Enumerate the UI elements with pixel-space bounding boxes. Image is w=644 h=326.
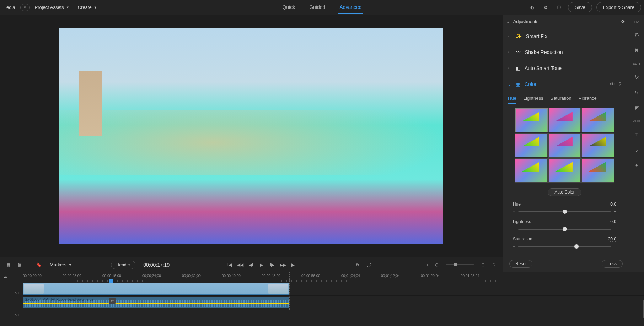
tab-vibrance[interactable]: Vibrance — [579, 93, 597, 104]
hue-preset-4[interactable] — [515, 133, 548, 158]
section-head-shake[interactable]: ›〰Shake Reduction — [503, 44, 626, 60]
rail-fx-icon[interactable]: fx — [633, 72, 641, 81]
track-gutter: o 1 o 1 — [0, 282, 23, 326]
tab-lightness[interactable]: Lightness — [524, 93, 543, 104]
fast-fwd-icon[interactable]: ▶▶ — [279, 261, 287, 269]
hue-preset-1[interactable] — [515, 108, 548, 132]
rail-graphics-icon[interactable]: ✦ — [633, 161, 641, 170]
video-track-label[interactable]: o 1 — [0, 282, 23, 304]
mode-tab-advanced[interactable]: Advanced — [338, 1, 363, 14]
gear-icon[interactable]: ⚙ — [541, 3, 550, 12]
step-back-icon[interactable]: ◀I — [247, 261, 255, 269]
hue-preset-6[interactable] — [581, 133, 614, 158]
slider-value[interactable]: 30.0 — [608, 237, 616, 242]
video-clip[interactable] — [23, 283, 289, 295]
rail-adjust-icon[interactable]: ⚙ — [633, 31, 641, 39]
slider-value[interactable]: 0.0 — [610, 219, 616, 224]
zoom-out-icon[interactable]: ⊖ — [433, 261, 441, 269]
add-media-dropdown[interactable]: ▼ — [20, 4, 30, 11]
markers-menu[interactable]: Markers▼ — [46, 260, 75, 270]
info-icon[interactable]: ⓘ — [554, 3, 564, 12]
go-end-icon[interactable]: ▶I — [290, 261, 297, 269]
rewind-icon[interactable]: ◀◀ — [236, 261, 244, 269]
save-button[interactable]: Save — [568, 2, 592, 12]
zoom-slider[interactable] — [446, 264, 474, 265]
minus-icon[interactable]: − — [513, 227, 515, 232]
timecode-display[interactable]: 00;00;17;19 — [143, 262, 170, 268]
rail-fx2-icon[interactable]: fx — [633, 88, 641, 97]
slider-thumb[interactable] — [563, 227, 567, 231]
slider-track[interactable] — [518, 229, 611, 230]
step-fwd-icon[interactable]: I▶ — [268, 261, 276, 269]
play-icon[interactable]: ▶ — [258, 261, 265, 269]
minus-icon[interactable]: − — [513, 244, 515, 249]
reset-button[interactable]: Reset — [509, 260, 532, 268]
rail-music-icon[interactable]: ♪ — [633, 146, 641, 154]
hue-preset-7[interactable] — [515, 158, 548, 183]
tick-label: 00;01;12;04 — [381, 274, 400, 278]
contrast-icon[interactable]: ◐ — [527, 3, 537, 12]
hue-preset-5[interactable] — [548, 133, 581, 158]
tools-icon[interactable]: ▦ — [4, 261, 12, 269]
trash-icon[interactable]: 🗑 — [16, 261, 23, 269]
timeline-scrollbar[interactable] — [643, 300, 644, 318]
less-button[interactable]: Less — [602, 260, 623, 268]
hue-preset-3[interactable] — [581, 108, 614, 132]
audio-track-label[interactable]: o 1 — [0, 304, 23, 326]
video-preview[interactable] — [59, 28, 443, 244]
refresh-icon[interactable]: ⟳ — [621, 19, 625, 24]
mode-tab-guided[interactable]: Guided — [308, 1, 327, 14]
minus-icon[interactable]: − — [513, 209, 515, 214]
rail-text-icon[interactable]: T — [633, 130, 641, 138]
plus-icon[interactable]: + — [614, 227, 616, 232]
section-head-color[interactable]: ⌄▦Color👁? — [503, 76, 626, 92]
mode-tab-quick[interactable]: Quick — [281, 1, 296, 14]
go-start-icon[interactable]: I◀ — [226, 261, 234, 269]
project-assets-menu[interactable]: Project Assets▼ — [31, 2, 73, 12]
video-track[interactable] — [23, 282, 644, 296]
help-icon[interactable]: ? — [618, 81, 621, 87]
hue-preset-8[interactable] — [548, 158, 581, 183]
section-head-smart-fix[interactable]: ›✨Smart Fix — [503, 28, 626, 44]
marker-icon[interactable]: 🔖 — [35, 261, 43, 269]
timeline-ruler[interactable]: ⇹ 00;00;00;0000;00;08;0000;00;16;0000;00… — [0, 272, 644, 282]
help-icon[interactable]: ? — [490, 261, 498, 269]
safe-margin-icon[interactable]: ⧉ — [353, 261, 361, 269]
tab-saturation[interactable]: Saturation — [551, 93, 571, 104]
render-button[interactable]: Render — [111, 261, 135, 269]
rail-label-fix: FIX — [634, 20, 640, 23]
audio-track[interactable]: GX010854.MP4 [A] Rubberband:Volume:Le ✂ — [23, 296, 644, 309]
section-head-tone[interactable]: ›◧Auto Smart Tone — [503, 60, 626, 76]
rail-transition-icon[interactable]: ◩ — [633, 104, 641, 112]
tick-label: 00;00;08;00 — [63, 274, 81, 278]
slider-thumb[interactable] — [563, 210, 567, 214]
add-media-menu[interactable]: edia — [3, 2, 19, 12]
mode-tabs: Quick Guided Advanced — [281, 1, 363, 14]
scissors-icon[interactable]: ✂ — [109, 298, 116, 304]
slider-thumb[interactable] — [574, 244, 579, 249]
hue-preset-2[interactable] — [548, 108, 581, 132]
collapse-icon[interactable]: » — [507, 19, 510, 24]
zoom-in-icon[interactable]: ⊕ — [479, 261, 487, 269]
plus-icon[interactable]: + — [614, 209, 616, 214]
auto-color-button[interactable]: Auto Color — [548, 188, 581, 196]
slider-track[interactable] — [518, 211, 611, 212]
audio-clip[interactable]: GX010854.MP4 [A] Rubberband:Volume:Le ✂ — [23, 297, 289, 308]
shake-icon: 〰 — [516, 49, 521, 55]
snap-icon[interactable]: ⇹ — [3, 275, 9, 280]
create-menu[interactable]: Create▼ — [74, 2, 101, 12]
slider-track[interactable] — [518, 246, 611, 247]
eye-icon[interactable]: 👁 — [610, 81, 615, 87]
slider-value[interactable]: 0.0 — [610, 202, 616, 207]
export-share-button[interactable]: Export & Share — [596, 2, 641, 12]
hue-preset-9[interactable] — [581, 158, 614, 183]
fit-monitor-icon[interactable]: 🖵 — [422, 261, 429, 269]
rail-tools-icon[interactable]: ✖ — [633, 46, 641, 55]
tab-hue[interactable]: Hue — [508, 93, 516, 104]
tick-label: 00;00;32;00 — [182, 274, 201, 278]
adjustments-header: » Adjustments ⟳ — [503, 15, 629, 28]
plus-icon[interactable]: + — [614, 244, 616, 249]
full-screen-icon[interactable]: ⛶ — [365, 261, 372, 269]
tick-area: 00;00;00;0000;00;08;0000;00;16;0000;00;2… — [23, 272, 644, 282]
chevron-right-icon: › — [508, 34, 511, 38]
